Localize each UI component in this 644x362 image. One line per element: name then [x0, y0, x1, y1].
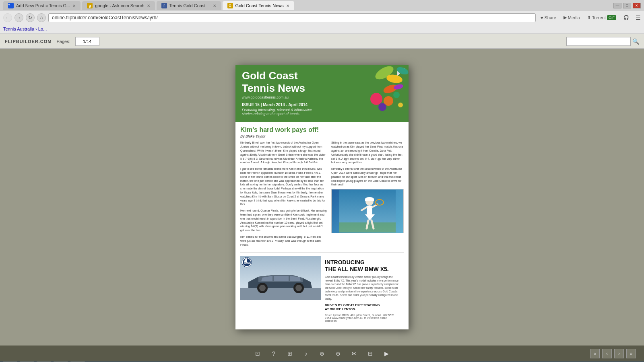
headphones-icon: 🎧 [623, 15, 629, 20]
tab-2[interactable]: g google - Ask.com Search ✕ [82, 1, 155, 10]
sound-icon[interactable]: ♪ [301, 349, 311, 358]
svg-point-27 [295, 285, 302, 291]
headphones-button[interactable]: 🎧 [621, 14, 632, 21]
article-headline: Kim's hard work pays off! [240, 126, 404, 134]
tab-4-favicon: G [227, 3, 233, 8]
bmw-headline: INTRODUCINGTHE ALL NEW BMW X5. [325, 259, 400, 273]
article-text-3: Her next round, Quarter Finals, was goin… [240, 209, 327, 232]
next-page-button[interactable]: › [614, 349, 624, 358]
svg-rect-14 [365, 199, 374, 201]
article-text-4: Kim settled for the second and came out … [240, 235, 327, 247]
media-button[interactable]: ▶ Media [561, 14, 582, 21]
page-input[interactable] [75, 37, 99, 46]
article-text-right-2: Kimberly's efforts over the second week … [331, 167, 404, 187]
media-icon: ▶ [564, 15, 567, 20]
back-button[interactable]: ← [3, 13, 12, 22]
pages-label: Pages: [56, 39, 70, 44]
tab-1-label: Add New Post « Tennis G... [16, 3, 70, 8]
article-text-2: I got to see some fantastic tennis from … [240, 167, 327, 206]
article-byline: By Blake Taylor [240, 134, 404, 138]
tab-4[interactable]: G Gold Coast Tennis News ✕ [223, 1, 294, 10]
article-right-column: Sitting in the same seat as the previous… [331, 141, 404, 249]
email-icon[interactable]: ✉ [349, 349, 359, 358]
bmw-tagline: DRIVEN BY GREAT EXPECTATIONSAT BRUCE LYN… [325, 303, 400, 312]
article-left-column: Kimberly Birrell won her first two round… [240, 141, 327, 249]
article-text-right-1: Sitting in the same seat as the previous… [331, 141, 404, 165]
tab-3-label: Tennis Gold Coast [169, 3, 211, 8]
home-button[interactable]: ⌂ [37, 13, 46, 22]
tab-2-favicon: g [87, 3, 93, 8]
flipbuilder-logo: FLIPBUILDER.COM [5, 39, 52, 44]
share-icon: ♥ [541, 15, 543, 20]
search-icon[interactable]: 🔍 [632, 38, 639, 45]
magazine-container: Gold CoastTennis News www.goldcoasttenni… [235, 65, 409, 329]
tab-3[interactable]: f Tennis Gold Coast ✕ [157, 1, 221, 10]
share-label: Share [544, 15, 556, 20]
viewer-area: FLIPBUILDER.COM Pages: 🔍 [0, 34, 644, 362]
bmw-car-photo: BMW [240, 256, 321, 300]
menu-button[interactable]: ☰ [636, 14, 641, 21]
torrent-button[interactable]: ⬆ Torrent GIF [585, 14, 619, 21]
magazine-website: www.goldcoasttennis.com.au [242, 95, 402, 99]
bmw-ad-text: INTRODUCINGTHE ALL NEW BMW X5. Gold Coas… [321, 256, 404, 325]
help-icon[interactable]: ? [269, 349, 279, 358]
nav-bar: ← → ↻ ⌂ online.flipbuilder.com/GoldCoast… [0, 11, 644, 24]
flipbuilder-header: FLIPBUILDER.COM Pages: 🔍 [0, 34, 644, 49]
zoom-out-icon[interactable]: ⊖ [333, 349, 343, 358]
refresh-button[interactable]: ↻ [26, 13, 35, 22]
forward-button[interactable]: → [14, 13, 23, 22]
article-text-1: Kimberly Birrell won her first two round… [240, 141, 327, 165]
magazine-header: Gold CoastTennis News www.goldcoasttenni… [235, 65, 409, 122]
content-scroll-area: Gold CoastTennis News www.goldcoasttenni… [0, 49, 644, 346]
bmw-photo-svg: BMW [240, 256, 321, 300]
search-input[interactable] [566, 37, 631, 46]
share-button[interactable]: ♥ Share [538, 14, 559, 21]
download-icon[interactable]: ⊟ [365, 349, 375, 358]
flipbuilder-search: 🔍 [566, 37, 639, 46]
title-bar: + Add New Post « Tennis G... ✕ g google … [0, 0, 644, 11]
zoom-in-icon[interactable]: ⊕ [317, 349, 327, 358]
restore-button[interactable]: □ [623, 3, 631, 8]
magazine-tagline: Featuring interesting, relevant & inform… [242, 108, 402, 116]
bookmark-item[interactable]: Tennis Australia › Lo... [3, 27, 47, 31]
tennis-player-svg [339, 190, 396, 232]
svg-rect-23 [240, 288, 321, 300]
tab-4-close[interactable]: ✕ [286, 4, 289, 8]
address-bar[interactable]: online.flipbuilder.com/GoldCoastTennisNe… [48, 13, 536, 22]
flipbuilder-toolbar: ⊡ ? ⊞ ♪ ⊕ ⊖ ✉ ⊟ ▶ « ‹ › » [0, 346, 644, 362]
tab-3-favicon: f [161, 3, 167, 8]
fullscreen-icon[interactable]: ⊡ [253, 349, 262, 358]
thumbnails-icon[interactable]: ⊞ [285, 349, 295, 358]
tab-1-close[interactable]: ✕ [72, 4, 76, 8]
article-content: Kimberly Birrell won her first two round… [240, 141, 404, 249]
media-label: Media [568, 15, 580, 20]
bmw-body-text: Gold Coast's finest luxury vehicle deale… [325, 275, 400, 301]
tennis-player-photo [331, 189, 404, 233]
tab-1-favicon: + [8, 3, 14, 8]
last-page-button[interactable]: » [626, 349, 636, 358]
bmw-advertisement: BMW INTRODUCINGTHE ALL NEW BMW X5. Gold … [240, 252, 404, 325]
tab-3-close[interactable]: ✕ [213, 4, 216, 8]
bmw-dealer: Bruce Lynton BMW. 48 Upton Street, Bunda… [325, 314, 400, 322]
magazine-title: Gold CoastTennis News [242, 70, 402, 95]
svg-text:BMW: BMW [244, 262, 250, 264]
minimize-button[interactable]: — [613, 3, 621, 8]
first-page-button[interactable]: « [590, 349, 600, 358]
torrent-icon: ⬆ [587, 15, 591, 20]
torrent-badge: GIF [607, 15, 616, 20]
page-wrapper: + Add New Post « Tennis G... ✕ g google … [0, 0, 644, 362]
prev-page-button[interactable]: ‹ [602, 349, 612, 358]
tab-4-label: Gold Coast Tennis News [235, 3, 284, 8]
toolbar-nav: « ‹ › » [590, 349, 636, 358]
tab-2-close[interactable]: ✕ [147, 4, 150, 8]
svg-rect-15 [367, 206, 372, 214]
svg-point-25 [259, 285, 266, 291]
tab-1[interactable]: + Add New Post « Tennis G... ✕ [3, 1, 80, 10]
torrent-label: Torrent [592, 15, 606, 20]
nav-right-controls: ♥ Share ▶ Media ⬆ Torrent GIF 🎧 ☰ [538, 14, 641, 21]
close-button[interactable]: ✕ [633, 3, 641, 8]
autoplay-icon[interactable]: ▶ [382, 349, 391, 358]
bookmarks-bar: Tennis Australia › Lo... [0, 24, 644, 34]
address-text: online.flipbuilder.com/GoldCoastTennisNe… [52, 15, 158, 21]
magazine-issue: ISSUE 15 | March 2014 - April 2014 [242, 103, 402, 107]
